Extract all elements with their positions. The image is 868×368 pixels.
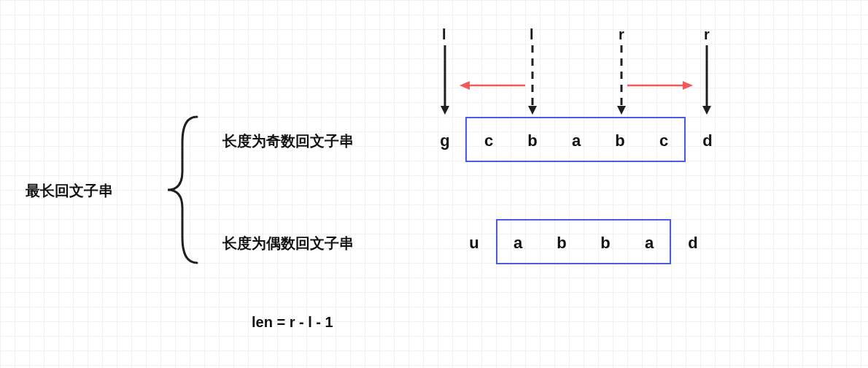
arrow-down-dashed-r bbox=[617, 45, 626, 115]
even-case-label: 长度为偶数回文子串 bbox=[222, 234, 354, 253]
length-formula: len = r - l - 1 bbox=[252, 314, 333, 331]
char: g bbox=[423, 131, 467, 150]
svg-marker-5 bbox=[617, 106, 626, 115]
even-palindrome-box bbox=[496, 219, 671, 264]
marker-l-inner: l bbox=[530, 26, 534, 43]
arrow-down-solid-l bbox=[441, 45, 449, 115]
svg-marker-1 bbox=[441, 106, 449, 115]
marker-r-outer: r bbox=[704, 26, 710, 43]
svg-marker-3 bbox=[528, 106, 537, 115]
svg-marker-11 bbox=[683, 81, 693, 90]
svg-marker-7 bbox=[702, 106, 711, 115]
diagram-title: 最长回文子串 bbox=[26, 181, 113, 201]
char: d bbox=[671, 234, 715, 253]
svg-marker-9 bbox=[460, 81, 470, 90]
marker-l-outer: l bbox=[442, 26, 446, 43]
arrow-left-red bbox=[460, 80, 525, 91]
char: u bbox=[452, 234, 496, 253]
marker-r-inner: r bbox=[619, 26, 624, 43]
odd-case-label: 长度为奇数回文子串 bbox=[222, 131, 354, 151]
odd-palindrome-box bbox=[465, 117, 686, 162]
char: d bbox=[686, 131, 729, 150]
arrow-down-dashed-l bbox=[528, 45, 537, 115]
arrow-down-solid-r bbox=[702, 45, 711, 115]
arrow-right-red bbox=[627, 80, 693, 91]
curly-brace bbox=[164, 117, 208, 263]
